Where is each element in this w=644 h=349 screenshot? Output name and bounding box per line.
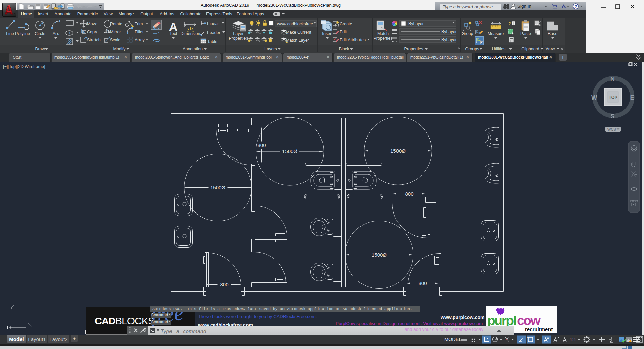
svg-text:1500Ø: 1500Ø — [372, 252, 387, 258]
svg-text:MODEL: MODEL — [444, 337, 462, 342]
svg-text:E: E — [630, 94, 634, 101]
svg-text:purpl: purpl — [487, 313, 516, 328]
svg-text:800: 800 — [257, 142, 266, 148]
svg-text:800: 800 — [220, 282, 228, 287]
svg-text:N: N — [610, 76, 615, 82]
svg-text:recruitment: recruitment — [525, 326, 553, 332]
svg-text:800: 800 — [418, 280, 427, 286]
svg-text:1500Ø: 1500Ø — [390, 148, 406, 154]
svg-text:cow: cow — [517, 313, 541, 328]
svg-text:S: S — [610, 113, 614, 120]
svg-text:800: 800 — [405, 191, 413, 197]
svg-text:TOP: TOP — [609, 95, 617, 100]
svg-text:W: W — [591, 94, 597, 101]
svg-text:1:1: 1:1 — [570, 337, 576, 342]
svg-text:1500Ø: 1500Ø — [282, 148, 297, 154]
svg-text:1500Ø: 1500Ø — [210, 185, 225, 190]
svg-text:WCS: WCS — [607, 127, 616, 131]
svg-text:!: ! — [631, 340, 631, 342]
